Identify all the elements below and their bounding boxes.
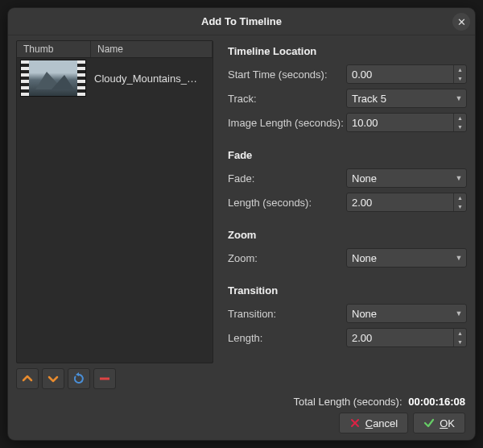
section-timeline-location: Timeline Location [221, 42, 467, 62]
transition-label: Transition: [228, 308, 346, 320]
ok-icon [423, 417, 435, 429]
ok-label-rest: K [448, 417, 455, 429]
clip-list[interactable]: Thumb Name Cloudy_Mountains_… [16, 40, 213, 363]
chevron-up-icon [21, 372, 34, 385]
section-fade: Fade [221, 146, 467, 166]
spin-down-icon[interactable]: ▼ [454, 338, 466, 346]
transition-length-label: Length: [228, 332, 346, 344]
spin-up-icon[interactable]: ▲ [454, 193, 466, 202]
list-item[interactable]: Cloudy_Mountains_… [17, 58, 213, 98]
column-header-name[interactable]: Name [91, 41, 213, 57]
clip-thumbnail [20, 60, 86, 97]
row-image-length: Image Length (seconds): 10.00 ▲▼ [221, 110, 467, 135]
row-start-time: Start Time (seconds): 0.00 ▲▼ [221, 62, 467, 86]
shuffle-button[interactable] [68, 368, 90, 389]
main-row: Thumb Name Cloudy_Mountains_… [16, 40, 467, 391]
row-fade: Fade: None ▼ [221, 166, 467, 190]
row-track: Track: Track 5 ▼ [221, 86, 467, 110]
transition-length-value: 2.00 [347, 332, 453, 344]
cancel-button[interactable]: Cancel [339, 413, 408, 433]
section-transition: Transition [221, 281, 467, 301]
image-length-input[interactable]: 10.00 ▲▼ [346, 113, 467, 132]
spin-up-icon[interactable]: ▲ [454, 65, 466, 74]
start-time-input[interactable]: 0.00 ▲▼ [346, 64, 467, 84]
fade-length-input[interactable]: 2.00 ▲▼ [346, 193, 467, 212]
minus-icon [98, 372, 111, 385]
start-time-label: Start Time (seconds): [228, 68, 346, 81]
fade-select[interactable]: None ▼ [346, 168, 467, 188]
dialog-title: Add To Timeline [201, 15, 282, 27]
row-zoom: Zoom: None ▼ [221, 246, 467, 270]
zoom-select[interactable]: None ▼ [346, 248, 467, 268]
dropdown-icon: ▼ [452, 254, 466, 262]
transition-value: None [347, 308, 452, 320]
fade-length-label: Length (seconds): [228, 197, 346, 209]
start-time-value: 0.00 [347, 68, 453, 81]
dropdown-icon: ▼ [452, 94, 466, 102]
cancel-icon [349, 417, 361, 429]
fade-length-value: 2.00 [347, 197, 453, 209]
transition-length-input[interactable]: 2.00 ▲▼ [346, 328, 467, 347]
column-header-thumb[interactable]: Thumb [17, 41, 91, 57]
left-panel: Thumb Name Cloudy_Mountains_… [16, 40, 213, 391]
spin-down-icon[interactable]: ▼ [454, 74, 466, 83]
image-length-value: 10.00 [347, 117, 453, 129]
dropdown-icon: ▼ [452, 309, 466, 317]
cancel-label-rest: ancel [373, 417, 398, 429]
spin-up-icon[interactable]: ▲ [454, 114, 466, 122]
fade-value: None [347, 172, 452, 185]
section-zoom: Zoom [221, 226, 467, 246]
fade-label: Fade: [228, 172, 346, 185]
row-transition-length: Length: 2.00 ▲▼ [221, 326, 467, 350]
remove-button[interactable] [93, 368, 116, 389]
track-label: Track: [228, 93, 346, 105]
right-panel: Timeline Location Start Time (seconds): … [221, 40, 467, 391]
image-length-label: Image Length (seconds): [228, 117, 346, 129]
move-down-button[interactable] [42, 368, 64, 389]
zoom-label: Zoom: [228, 252, 346, 264]
ok-label-first: O [440, 417, 448, 429]
cancel-label-first: C [365, 417, 373, 429]
move-up-button[interactable] [16, 368, 39, 389]
dialog-body: Thumb Name Cloudy_Mountains_… [8, 35, 475, 440]
transition-select[interactable]: None ▼ [346, 304, 467, 323]
total-length-label: Total Length (seconds): [293, 396, 402, 408]
total-length-value: 00:00:16:08 [408, 396, 465, 408]
row-fade-length: Length (seconds): 2.00 ▲▼ [221, 190, 467, 214]
clip-name: Cloudy_Mountains_… [89, 73, 213, 85]
zoom-value: None [347, 252, 452, 264]
spin-down-icon[interactable]: ▼ [454, 202, 466, 211]
close-button[interactable]: ✕ [452, 13, 470, 31]
track-value: Track 5 [347, 93, 452, 105]
refresh-icon [72, 372, 85, 385]
list-toolbar [16, 363, 213, 391]
footer: Total Length (seconds): 00:00:16:08 Canc… [16, 391, 467, 433]
dropdown-icon: ▼ [452, 174, 466, 182]
button-row: Cancel OK [339, 413, 465, 433]
spin-up-icon[interactable]: ▲ [454, 329, 466, 338]
spin-down-icon[interactable]: ▼ [454, 122, 466, 131]
track-select[interactable]: Track 5 ▼ [346, 89, 467, 108]
dialog-window: Add To Timeline ✕ Thumb Name Cloudy_Mo [8, 8, 475, 440]
list-header: Thumb Name [17, 41, 213, 58]
chevron-down-icon [47, 372, 60, 385]
total-length-row: Total Length (seconds): 00:00:16:08 [293, 396, 465, 408]
titlebar: Add To Timeline ✕ [8, 8, 475, 35]
close-icon: ✕ [457, 16, 466, 28]
row-transition: Transition: None ▼ [221, 301, 467, 326]
svg-rect-0 [100, 378, 109, 380]
ok-button[interactable]: OK [413, 413, 465, 433]
